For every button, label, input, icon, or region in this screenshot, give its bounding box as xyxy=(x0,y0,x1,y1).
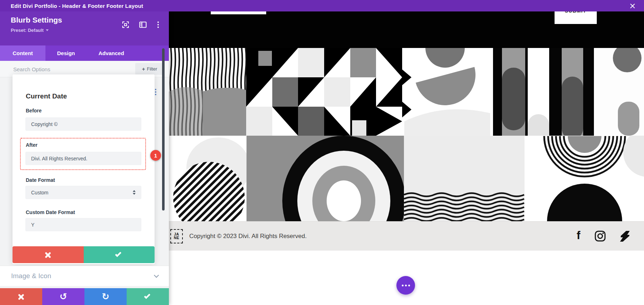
dot-icon xyxy=(408,285,410,286)
social-icons-group: f xyxy=(577,231,644,242)
deviantart-icon[interactable] xyxy=(620,231,630,242)
page-settings-dots-button[interactable] xyxy=(396,276,415,295)
site-logo[interactable]: JA NE xyxy=(170,229,183,243)
plus-icon: + xyxy=(142,66,145,72)
tab-content[interactable]: Content xyxy=(0,45,45,61)
copyright-text: Copyright © 2023 Divi. All Rights Reserv… xyxy=(189,233,307,240)
save-button[interactable] xyxy=(127,288,169,305)
redo-button[interactable]: ↻ xyxy=(84,288,127,305)
section-image-and-icon[interactable]: Image & Icon xyxy=(0,266,169,286)
undo-button[interactable]: ↺ xyxy=(42,288,84,305)
before-field[interactable] xyxy=(25,117,141,131)
custom-date-format-field[interactable] xyxy=(25,218,141,231)
step-badge: 1 xyxy=(150,150,161,161)
instagram-icon[interactable] xyxy=(595,231,606,242)
discard-button[interactable] xyxy=(13,246,84,263)
chevron-down-icon xyxy=(154,273,159,278)
site-logo-line2: NE xyxy=(174,236,180,240)
contact-section-bottom: SUBMIT xyxy=(169,11,644,48)
tab-advanced[interactable]: Advanced xyxy=(87,45,136,61)
settings-tabs: Content Design Advanced xyxy=(0,45,169,61)
redo-icon: ↻ xyxy=(102,292,109,301)
facebook-icon[interactable]: f xyxy=(577,230,580,241)
filter-button[interactable]: + Filter xyxy=(135,63,164,75)
panel-menu-kebab-icon[interactable] xyxy=(157,21,160,29)
undo-icon: ↺ xyxy=(60,292,67,301)
accept-button[interactable] xyxy=(84,246,155,263)
check-icon xyxy=(144,292,150,299)
tab-design[interactable]: Design xyxy=(45,45,87,61)
cancel-button[interactable] xyxy=(0,288,42,305)
dot-icon xyxy=(402,285,404,286)
date-format-value: Custom xyxy=(31,190,48,195)
date-format-select[interactable]: Custom xyxy=(25,186,141,199)
modal-actions xyxy=(13,246,155,263)
modal-heading: Current Date xyxy=(26,92,67,100)
panel-layout-icon[interactable] xyxy=(139,21,147,28)
after-field-label: After xyxy=(26,142,38,148)
submit-button-label: SUBMIT xyxy=(555,11,597,14)
dot-icon xyxy=(405,285,407,286)
panel-title: Blurb Settings xyxy=(11,16,62,24)
option-drag-kebab-icon[interactable] xyxy=(155,89,156,95)
input-underline xyxy=(211,11,266,14)
section-label: Image & Icon xyxy=(11,272,51,280)
footer-layout-preview: SUBMIT xyxy=(169,11,644,305)
chevron-down-icon xyxy=(46,29,49,31)
preset-label: Preset: Default xyxy=(11,28,44,33)
x-icon xyxy=(45,252,51,258)
divi-builder-window: Edit Divi Portfolio - Header & Footer Fo… xyxy=(0,0,644,305)
date-format-label: Date Format xyxy=(26,177,55,183)
check-icon xyxy=(115,251,121,257)
search-input[interactable] xyxy=(13,64,128,74)
panel-header: Blurb Settings Preset: Default xyxy=(0,11,169,45)
current-date-options-modal: Current Date Before After Date Format Cu… xyxy=(13,74,155,264)
footer-pattern-artwork xyxy=(169,48,644,221)
panel-scrollbar[interactable] xyxy=(162,48,165,210)
window-title: Edit Divi Portfolio - Header & Footer Fo… xyxy=(11,3,143,9)
blurb-settings-panel: Blurb Settings Preset: Default xyxy=(0,11,169,305)
close-icon[interactable]: × xyxy=(627,0,638,11)
filter-button-label: Filter xyxy=(147,66,157,72)
select-stepper-icon xyxy=(133,190,136,195)
submit-button[interactable]: SUBMIT xyxy=(555,11,597,24)
expand-modal-icon[interactable] xyxy=(122,21,129,28)
after-field[interactable] xyxy=(25,152,141,165)
builder-action-toolbar: ↺ ↻ xyxy=(0,288,169,305)
footer-copyright-bar: JA NE Copyright © 2023 Divi. All Rights … xyxy=(169,221,644,251)
preset-dropdown[interactable]: Preset: Default xyxy=(11,28,49,33)
before-field-label: Before xyxy=(26,108,42,113)
window-titlebar: Edit Divi Portfolio - Header & Footer Fo… xyxy=(0,0,644,11)
custom-date-format-label: Custom Date Format xyxy=(26,209,75,215)
x-icon xyxy=(18,294,24,300)
